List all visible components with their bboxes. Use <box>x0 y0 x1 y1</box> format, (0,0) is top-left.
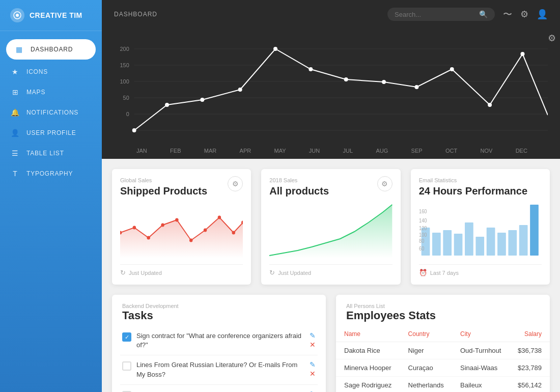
cell-name-0: Dakota Rice <box>336 342 400 359</box>
svg-rect-43 <box>486 228 495 256</box>
card-title-2: All products <box>269 185 392 197</box>
svg-point-33 <box>218 216 221 219</box>
task-edit-0[interactable]: ✎ <box>310 331 316 340</box>
task-edit-2[interactable]: ✎ <box>310 390 316 392</box>
svg-point-24 <box>521 52 525 56</box>
page-title: DASHBOARD <box>114 11 387 18</box>
cards-row: ⚙ Global Sales Shipped Products <box>102 159 560 285</box>
svg-text:0: 0 <box>126 111 129 117</box>
dashboard-icon: ▦ <box>14 44 24 54</box>
tasks-card: Backend Development Tasks Sign contract … <box>112 295 326 392</box>
employees-subtitle: All Persons List <box>346 303 540 309</box>
x-label-nov: NOV <box>480 148 492 154</box>
svg-text:100: 100 <box>120 78 129 85</box>
svg-rect-42 <box>475 237 484 256</box>
card-footer-icon-3: ⏰ <box>419 269 427 276</box>
svg-rect-39 <box>443 230 452 256</box>
svg-rect-40 <box>454 234 462 256</box>
svg-rect-38 <box>432 233 441 256</box>
task-edit-1[interactable]: ✎ <box>310 360 316 369</box>
card-shipped-products: ⚙ Global Sales Shipped Products <box>112 169 251 285</box>
col-country: Country <box>400 326 452 342</box>
svg-point-17 <box>273 47 277 51</box>
user-profile-icon: 👤 <box>10 128 20 138</box>
cell-salary-1: $23,789 <box>510 359 550 377</box>
x-label-dec: DEC <box>516 148 527 154</box>
chart-x-labels: JANFEBMARAPRMAYJUNJULAUGSEPOCTNOVDEC <box>114 146 548 159</box>
user-icon[interactable]: 👤 <box>537 9 548 20</box>
card-subtitle-2: 2018 Sales <box>269 177 392 183</box>
brand-icon <box>10 8 24 22</box>
svg-marker-36 <box>269 205 392 258</box>
svg-text:200: 200 <box>120 46 129 52</box>
svg-point-23 <box>488 103 492 107</box>
svg-point-14 <box>165 103 169 107</box>
x-label-apr: APR <box>240 148 251 154</box>
task-actions-2: ✎ ✕ <box>310 390 316 392</box>
employees-title: Employees Stats <box>346 309 540 322</box>
table-row: Sage RodriguezNetherlandsBaileux$56,142 <box>336 377 550 393</box>
search-wrapper[interactable]: 🔍 <box>387 8 495 21</box>
search-icon: 🔍 <box>479 10 488 18</box>
table-list-icon: ☰ <box>10 148 20 158</box>
svg-point-29 <box>161 223 164 227</box>
tasks-header: Backend Development Tasks <box>112 295 326 326</box>
task-item: Sign contract for "What are conference o… <box>120 326 318 355</box>
svg-rect-44 <box>497 233 506 256</box>
svg-point-16 <box>238 88 242 92</box>
search-input[interactable] <box>395 11 476 18</box>
svg-text:150: 150 <box>120 62 129 68</box>
cell-city-1: Sinaai-Waas <box>452 359 510 377</box>
typography-icon: T <box>10 169 20 179</box>
sidebar-item-typography[interactable]: T TYPOGRAPHY <box>0 163 102 184</box>
card-footer-icon-2: ↻ <box>269 269 275 276</box>
sidebar-item-maps[interactable]: ⊞ MAPS <box>0 82 102 102</box>
cell-city-0: Oud-Turnhout <box>452 342 510 359</box>
activity-icon[interactable]: 〜 <box>503 8 512 20</box>
sidebar-item-notifications[interactable]: 🔔 NOTIFICATIONS <box>0 102 102 123</box>
card-footer-3: ⏰ Last 7 days <box>419 264 542 276</box>
task-delete-1[interactable]: ✕ <box>310 370 316 378</box>
main-chart: 200 150 100 50 0 <box>114 39 548 146</box>
x-label-may: MAY <box>274 148 286 154</box>
card-subtitle-3: Email Statistics <box>419 177 542 183</box>
svg-point-32 <box>204 229 207 232</box>
sidebar-nav: ▦ DASHBOARD ★ ICONS ⊞ MAPS 🔔 NOTIFICATIO… <box>0 31 102 190</box>
svg-rect-45 <box>508 230 517 256</box>
sidebar-item-label-table-list: TABLE LIST <box>26 150 64 157</box>
settings-icon[interactable]: ⚙ <box>520 9 528 20</box>
sidebar: CREATIVE TIM ▦ DASHBOARD ★ ICONS ⊞ MAPS … <box>0 0 102 392</box>
svg-text:160: 160 <box>419 209 427 214</box>
header-icons: 〜 ⚙ 👤 <box>503 8 548 20</box>
svg-point-22 <box>450 67 454 71</box>
task-delete-0[interactable]: ✕ <box>310 341 316 349</box>
sidebar-item-label-typography: TYPOGRAPHY <box>26 170 73 177</box>
task-checkbox-0[interactable] <box>122 332 131 342</box>
cell-country-2: Netherlands <box>400 377 452 393</box>
bottom-row: Backend Development Tasks Sign contract … <box>102 285 560 392</box>
col-salary: Salary <box>510 326 550 342</box>
sidebar-item-icons[interactable]: ★ ICONS <box>0 62 102 82</box>
sidebar-item-label-dashboard: DASHBOARD <box>31 46 73 53</box>
task-checkbox-1[interactable] <box>122 361 131 371</box>
task-text-1: Lines From Great Russian Literature? Or … <box>136 360 304 379</box>
col-name: Name <box>336 326 400 342</box>
employees-header: All Persons List Employees Stats <box>336 295 550 326</box>
tasks-list: Sign contract for "What are conference o… <box>112 326 326 392</box>
sidebar-item-label-maps: MAPS <box>26 89 45 96</box>
svg-text:60: 60 <box>419 246 424 251</box>
sidebar-item-label-user-profile: USER PROFILE <box>26 129 76 136</box>
sidebar-item-table-list[interactable]: ☰ TABLE LIST <box>0 143 102 163</box>
tasks-subtitle: Backend Development <box>122 303 316 309</box>
svg-point-19 <box>344 77 348 81</box>
table-row: Minerva HooperCuraçaoSinaai-Waas$23,789 <box>336 359 550 377</box>
task-text-0: Sign contract for "What are conference o… <box>136 331 304 350</box>
sidebar-item-user-profile[interactable]: 👤 USER PROFILE <box>0 123 102 143</box>
x-label-jan: JAN <box>136 148 147 154</box>
card-settings-icon-2[interactable]: ⚙ <box>377 176 393 191</box>
x-label-feb: FEB <box>170 148 181 154</box>
x-label-mar: MAR <box>204 148 216 154</box>
card-24h-performance: Email Statistics 24 Hours Performance <box>411 169 550 285</box>
chart-gear-icon[interactable]: ⚙ <box>548 33 556 44</box>
sidebar-item-dashboard[interactable]: ▦ DASHBOARD <box>6 39 96 60</box>
